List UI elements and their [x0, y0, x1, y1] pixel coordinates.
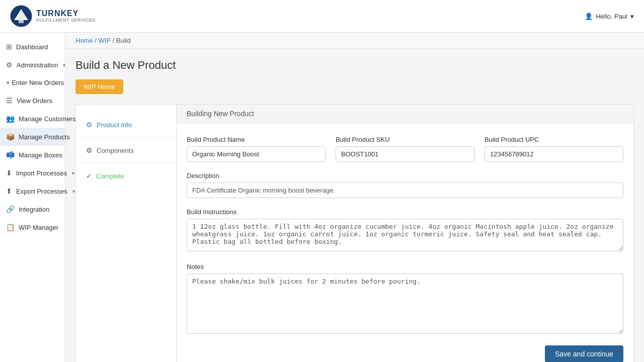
integration-icon: 🔗 — [6, 205, 15, 213]
step-divider — [76, 163, 176, 163]
product-name-field: Build Product Name — [187, 136, 326, 162]
step-label: Complete — [96, 172, 124, 180]
breadcrumb-current: Build — [116, 37, 131, 44]
product-sku-field: Build Product SKU — [336, 136, 474, 162]
notes-label: Notes — [187, 263, 623, 270]
view-orders-icon: ☰ — [6, 97, 13, 105]
sidebar-item-dashboard[interactable]: ⊞ Dashboard — [0, 38, 65, 56]
breadcrumb-wip[interactable]: WIP — [99, 37, 111, 44]
user-chevron-icon: ▾ — [630, 13, 634, 20]
breadcrumb: Home / WIP / Build — [65, 33, 644, 49]
manage-products-icon: 📦 — [6, 133, 15, 141]
manage-boxes-icon: 📫 — [6, 151, 15, 159]
administration-icon: ⚙ — [6, 61, 13, 69]
wip-home-button[interactable]: WIP Home — [75, 79, 123, 94]
user-greeting: Hello, Paul — [596, 13, 627, 20]
sidebar-item-label: + Enter New Orders — [6, 79, 64, 86]
page-content: Build a New Product WIP Home ⚙ Product I… — [65, 49, 644, 362]
sidebar-item-label: Dashboard — [16, 43, 48, 51]
save-continue-button[interactable]: Save and continue — [545, 345, 623, 362]
sidebar-item-label: Export Processes — [16, 188, 67, 195]
step-label: Components — [97, 147, 134, 154]
instructions-label: Build Instructions — [187, 208, 623, 216]
description-input[interactable] — [187, 183, 623, 198]
sidebar-item-enter-orders[interactable]: + Enter New Orders — [0, 74, 65, 92]
sidebar-item-label: Administration — [17, 61, 58, 69]
form-actions: Save and continue — [187, 345, 623, 362]
sidebar-item-label: Manage Products — [19, 133, 70, 141]
svg-rect-2 — [19, 19, 24, 23]
breadcrumb-sep: / — [113, 37, 116, 44]
brand-sub: FULFILLMENT SERVICES — [36, 18, 96, 23]
sidebar-item-label: Import Processes — [16, 169, 67, 177]
export-icon: ⬆ — [6, 187, 12, 195]
instructions-textarea[interactable]: 1 12oz glass bottle. Fill with 4oz organ… — [187, 219, 623, 251]
build-layout: ⚙ Product Info ⚙ Components ✔ Complete — [75, 104, 634, 362]
sidebar-item-manage-products[interactable]: 📦 Manage Products — [0, 128, 65, 146]
dashboard-icon: ⊞ — [6, 43, 12, 51]
step-components-icon: ⚙ — [86, 146, 93, 154]
sidebar-item-export-processes[interactable]: ⬆ Export Processes ▾ — [0, 182, 65, 200]
sidebar-item-import-processes[interactable]: ⬇ Import Processes ▾ — [0, 164, 65, 182]
description-field: Description — [187, 172, 623, 198]
manage-customers-icon: 👥 — [6, 115, 15, 123]
breadcrumb-sep: / — [95, 37, 98, 44]
product-fields-row: Build Product Name Build Product SKU Bui… — [187, 136, 623, 162]
product-name-input[interactable] — [187, 146, 326, 162]
user-area[interactable]: 👤 Hello, Paul ▾ — [585, 13, 634, 20]
description-label: Description — [187, 172, 623, 179]
notes-textarea[interactable]: Please shake/mix bulk juices for 2 minut… — [187, 274, 623, 334]
steps-panel: ⚙ Product Info ⚙ Components ✔ Complete — [75, 104, 176, 362]
content-area: Home / WIP / Build Build a New Product W… — [65, 33, 644, 362]
step-divider — [76, 137, 176, 138]
step-settings-icon: ⚙ — [86, 121, 93, 129]
form-panel-header: Building New Product — [177, 105, 633, 123]
step-checkmark-icon: ✔ — [86, 172, 92, 180]
import-icon: ⬇ — [6, 169, 12, 177]
logo-area: TURNKEY FULFILLMENT SERVICES — [10, 5, 96, 27]
brand-name: TURNKEY — [36, 9, 96, 18]
sidebar-item-wip-manager[interactable]: 📋 WIP Manager — [0, 218, 65, 236]
sidebar-item-label: Manage Boxes — [19, 151, 62, 159]
page-title: Build a New Product — [75, 59, 634, 72]
sidebar-item-label: WIP Manager — [19, 224, 58, 231]
product-upc-label: Build Product UPC — [485, 136, 623, 143]
step-components[interactable]: ⚙ Components — [76, 140, 176, 160]
logo-text: TURNKEY FULFILLMENT SERVICES — [36, 9, 96, 23]
sidebar-item-manage-boxes[interactable]: 📫 Manage Boxes — [0, 146, 65, 164]
user-icon: 👤 — [585, 13, 593, 20]
sidebar-item-label: Integration — [19, 206, 49, 213]
product-sku-label: Build Product SKU — [336, 136, 474, 143]
wip-manager-icon: 📋 — [6, 223, 15, 231]
sidebar: ⊞ Dashboard ⚙ Administration ▾ + Enter N… — [0, 33, 65, 362]
sidebar-item-integration[interactable]: 🔗 Integration — [0, 200, 65, 218]
sidebar-item-label: View Orders — [17, 97, 52, 105]
step-label: Product Info — [97, 121, 132, 129]
sidebar-item-administration[interactable]: ⚙ Administration ▾ — [0, 56, 65, 74]
header: TURNKEY FULFILLMENT SERVICES 👤 Hello, Pa… — [0, 0, 644, 33]
sidebar-item-manage-customers[interactable]: 👥 Manage Customers — [0, 110, 65, 128]
notes-field: Notes Please shake/mix bulk juices for 2… — [187, 263, 623, 335]
product-upc-field: Build Product UPC — [485, 136, 623, 162]
breadcrumb-home[interactable]: Home — [75, 37, 93, 44]
step-product-info[interactable]: ⚙ Product Info — [76, 115, 176, 135]
main-layout: ⊞ Dashboard ⚙ Administration ▾ + Enter N… — [0, 33, 644, 362]
instructions-field: Build Instructions 1 12oz glass bottle. … — [187, 208, 623, 253]
sidebar-item-view-orders[interactable]: ☰ View Orders — [0, 92, 65, 110]
product-upc-input[interactable] — [485, 146, 623, 162]
product-sku-input[interactable] — [336, 146, 474, 162]
form-panel: Building New Product Build Product Name … — [176, 104, 634, 362]
form-panel-body: Build Product Name Build Product SKU Bui… — [177, 123, 633, 362]
product-name-label: Build Product Name — [187, 136, 326, 143]
logo-icon — [10, 5, 32, 27]
step-complete[interactable]: ✔ Complete — [76, 166, 176, 186]
